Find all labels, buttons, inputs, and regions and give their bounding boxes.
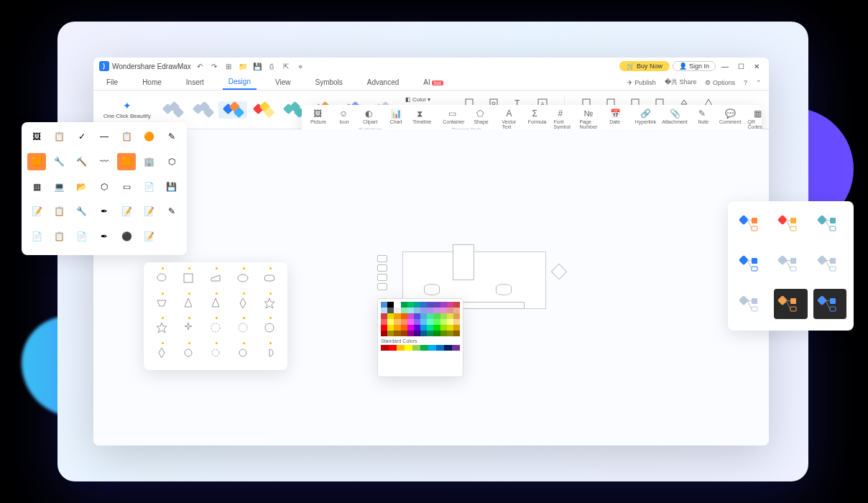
clipart-item-6[interactable]: ✎ xyxy=(162,128,181,145)
theme-preview-2[interactable] xyxy=(813,208,846,239)
maximize-button[interactable]: ☐ xyxy=(734,60,747,72)
color-swatch[interactable] xyxy=(433,302,440,308)
color-swatch[interactable] xyxy=(401,302,407,308)
color-swatch[interactable] xyxy=(453,325,460,331)
insert-chart[interactable]: 📊Chart xyxy=(384,106,408,126)
buy-now-button[interactable]: 🛒 Buy Now xyxy=(619,61,670,71)
color-swatch[interactable] xyxy=(407,325,414,331)
color-swatch[interactable] xyxy=(414,325,420,331)
theme-swatch-3[interactable] xyxy=(249,101,277,119)
close-button[interactable]: ✕ xyxy=(750,60,763,72)
shape-item-0[interactable] xyxy=(151,269,172,287)
theme-swatch-1[interactable] xyxy=(188,101,217,119)
theme-swatch-0[interactable] xyxy=(158,101,187,119)
shape-item-15[interactable] xyxy=(151,344,172,361)
insert-date[interactable]: 📅Date xyxy=(603,106,627,131)
clipart-item-7[interactable]: 🟧 xyxy=(27,153,46,170)
std-color-swatch[interactable] xyxy=(405,345,412,351)
insert-note[interactable]: ✎Note xyxy=(691,106,716,131)
theme-preview-4[interactable] xyxy=(774,249,807,279)
color-swatch[interactable] xyxy=(407,313,414,319)
color-swatch[interactable] xyxy=(420,308,427,313)
insert-container[interactable]: ▭Container xyxy=(440,106,467,126)
std-color-swatch[interactable] xyxy=(397,345,405,351)
color-swatch[interactable] xyxy=(381,319,387,325)
export-icon[interactable]: ⇱ xyxy=(280,60,292,72)
shape-item-11[interactable] xyxy=(178,319,200,336)
share-button[interactable]: �共 Share xyxy=(665,78,697,87)
shape-item-13[interactable] xyxy=(232,319,254,336)
print-icon[interactable]: ⎙ xyxy=(266,60,277,72)
clipart-item-24[interactable]: ✒ xyxy=(95,203,114,220)
color-swatch[interactable] xyxy=(414,302,420,308)
clipart-item-33[interactable]: 📝 xyxy=(139,228,158,245)
std-color-swatch[interactable] xyxy=(436,345,444,351)
menu-advanced[interactable]: Advanced xyxy=(361,75,405,89)
color-swatch[interactable] xyxy=(440,308,447,313)
insert-clipart[interactable]: ◐Clipart xyxy=(358,106,382,126)
clipart-item-28[interactable]: 📄 xyxy=(27,228,46,245)
color-swatch[interactable] xyxy=(447,302,453,308)
color-swatch[interactable] xyxy=(387,313,394,319)
clipart-item-13[interactable]: ⬡ xyxy=(162,153,181,170)
insert-vector-text[interactable]: AVector Text xyxy=(499,106,524,131)
insert-font-symbol[interactable]: #Font Symbol xyxy=(551,106,576,131)
help-icon[interactable]: ? xyxy=(744,79,747,86)
color-swatch[interactable] xyxy=(453,313,460,319)
theme-swatch-2[interactable] xyxy=(218,101,247,119)
color-swatch[interactable] xyxy=(394,325,400,331)
clipart-item-12[interactable]: 🏢 xyxy=(139,153,158,170)
color-swatch[interactable] xyxy=(433,313,440,319)
shape-item-7[interactable] xyxy=(205,295,226,312)
shape-item-18[interactable] xyxy=(232,344,254,361)
save-icon[interactable]: 💾 xyxy=(251,60,263,72)
color-swatch[interactable] xyxy=(433,308,440,313)
theme-preview-8[interactable] xyxy=(813,289,846,319)
color-swatch[interactable] xyxy=(447,308,453,313)
clipart-item-10[interactable]: 〰 xyxy=(95,153,114,170)
clipart-item-27[interactable]: ✎ xyxy=(162,203,181,220)
color-swatch[interactable] xyxy=(453,308,460,313)
clipart-item-21[interactable]: 📝 xyxy=(27,203,46,220)
shape-item-2[interactable] xyxy=(205,269,226,287)
redo-icon[interactable]: ↷ xyxy=(208,60,220,72)
clipart-item-15[interactable]: 💻 xyxy=(50,178,68,195)
insert-page-number[interactable]: №Page Number xyxy=(577,106,601,131)
clipart-item-5[interactable]: 🟠 xyxy=(139,128,158,145)
shape-item-1[interactable] xyxy=(178,269,200,287)
sign-in-button[interactable]: 👤 Sign In xyxy=(673,61,716,71)
color-swatch[interactable] xyxy=(414,331,420,336)
color-swatch[interactable] xyxy=(420,313,427,319)
options-button[interactable]: ⚙ Options xyxy=(705,79,735,86)
menu-view[interactable]: View xyxy=(269,75,297,89)
color-swatch[interactable] xyxy=(394,331,400,336)
std-color-swatch[interactable] xyxy=(452,345,460,351)
insert-comment[interactable]: 💬Comment xyxy=(717,106,744,131)
color-swatch[interactable] xyxy=(433,325,440,331)
theme-preview-1[interactable] xyxy=(774,208,807,239)
clipart-item-1[interactable]: 📋 xyxy=(50,128,68,145)
color-swatch[interactable] xyxy=(401,313,407,319)
color-swatch[interactable] xyxy=(447,325,453,331)
shape-item-6[interactable] xyxy=(178,295,200,312)
menu-insert[interactable]: Insert xyxy=(180,75,210,89)
clipart-item-0[interactable]: 🖼 xyxy=(27,128,46,145)
shape-item-14[interactable] xyxy=(259,319,280,336)
color-swatch[interactable] xyxy=(381,308,387,313)
color-swatch[interactable] xyxy=(394,319,400,325)
clipart-item-14[interactable]: ▦ xyxy=(27,178,46,195)
color-swatch[interactable] xyxy=(427,313,433,319)
color-swatch[interactable] xyxy=(427,331,433,336)
color-swatch[interactable] xyxy=(381,313,387,319)
more-icon[interactable]: ⋄ xyxy=(295,60,306,72)
color-swatch[interactable] xyxy=(381,302,387,308)
shape-item-3[interactable] xyxy=(232,269,254,287)
color-swatch[interactable] xyxy=(420,325,427,331)
std-color-swatch[interactable] xyxy=(412,345,420,351)
insert-qr-codes[interactable]: ▦QR Codes xyxy=(745,106,769,131)
color-swatch[interactable] xyxy=(427,319,433,325)
collapse-icon[interactable]: ⌃ xyxy=(756,79,762,86)
shape-item-10[interactable] xyxy=(151,319,172,336)
color-swatch[interactable] xyxy=(387,331,394,336)
color-swatch[interactable] xyxy=(447,313,453,319)
